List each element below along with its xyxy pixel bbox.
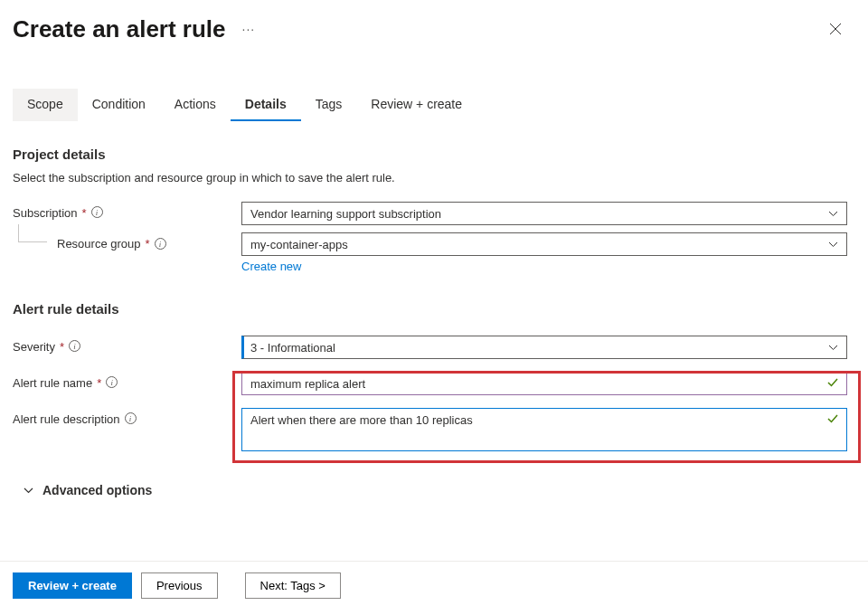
tab-scope[interactable]: Scope: [13, 89, 78, 121]
review-create-button[interactable]: Review + create: [13, 572, 132, 599]
previous-button[interactable]: Previous: [141, 572, 218, 599]
alert-rule-name-value: maximum replica alert: [250, 377, 365, 391]
resource-group-select[interactable]: my-container-apps: [241, 232, 847, 256]
required-star: *: [97, 376, 101, 390]
checkmark-icon: [827, 377, 838, 391]
resource-group-value: my-container-apps: [250, 238, 348, 251]
next-button[interactable]: Next: Tags >: [245, 572, 341, 599]
tab-actions[interactable]: Actions: [160, 89, 231, 121]
alert-rule-name-label: Alert rule name: [13, 376, 92, 390]
footer-bar: Review + create Previous Next: Tags >: [0, 561, 868, 610]
chevron-down-icon: [828, 208, 838, 219]
subscription-select[interactable]: Vendor learning support subscription: [241, 202, 847, 225]
info-icon[interactable]: i: [125, 412, 137, 424]
tab-tags[interactable]: Tags: [301, 89, 357, 121]
create-new-link[interactable]: Create new: [241, 260, 301, 273]
alert-rule-description-value: Alert when there are more than 10 replic…: [250, 413, 473, 427]
required-star: *: [60, 340, 64, 354]
checkmark-icon: [827, 413, 838, 427]
chevron-down-icon: [828, 342, 838, 353]
info-icon[interactable]: i: [69, 340, 80, 352]
alert-rule-name-input[interactable]: maximum replica alert: [241, 372, 847, 395]
tab-details[interactable]: Details: [231, 89, 301, 121]
info-icon[interactable]: i: [155, 238, 166, 250]
tab-strip: Scope Condition Actions Details Tags Rev…: [0, 89, 868, 121]
chevron-down-icon: [24, 485, 33, 496]
tab-review[interactable]: Review + create: [356, 89, 476, 121]
close-button[interactable]: [821, 14, 850, 43]
subscription-value: Vendor learning support subscription: [250, 207, 441, 221]
chevron-down-icon: [828, 239, 838, 250]
more-menu[interactable]: ···: [242, 22, 256, 36]
severity-label: Severity: [13, 340, 55, 354]
alert-rule-description-input[interactable]: Alert when there are more than 10 replic…: [241, 408, 847, 451]
page-title: Create an alert rule: [13, 15, 226, 43]
severity-select[interactable]: 3 - Informational: [241, 336, 847, 359]
required-star: *: [146, 237, 150, 251]
info-icon[interactable]: i: [106, 376, 118, 388]
severity-value: 3 - Informational: [250, 341, 335, 355]
advanced-options-label: Advanced options: [42, 483, 152, 497]
alert-rule-description-label: Alert rule description: [13, 412, 120, 426]
alert-rule-details-heading: Alert rule details: [13, 301, 868, 317]
tree-connector: [18, 224, 47, 242]
resource-group-label: Resource group: [57, 237, 141, 251]
project-details-heading: Project details: [13, 147, 868, 162]
required-star: *: [82, 206, 87, 220]
tab-condition[interactable]: Condition: [78, 89, 160, 121]
info-icon[interactable]: i: [91, 206, 103, 218]
project-details-desc: Select the subscription and resource gro…: [13, 171, 868, 184]
subscription-label: Subscription: [13, 206, 78, 220]
advanced-options-toggle[interactable]: Advanced options: [24, 483, 868, 497]
